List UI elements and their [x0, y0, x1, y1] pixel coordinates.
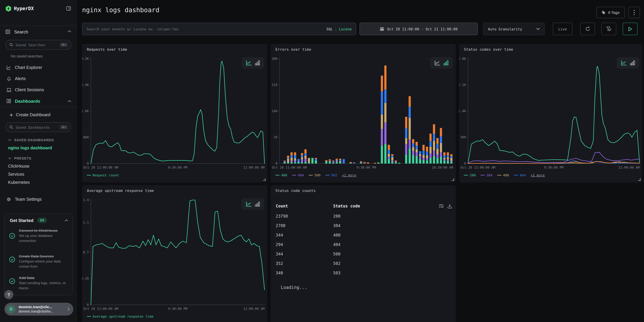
table-cell-code[interactable]: 200 — [333, 214, 340, 218]
sidebar-item-team-settings[interactable]: Team Settings — [6, 195, 72, 204]
line-chart-icon[interactable] — [621, 60, 627, 66]
svg-text:Average upstream response time: Average upstream response time — [92, 314, 154, 318]
status-codes-chart[interactable]: 07001.4K2.1K2.8KOct 20 11:00:00 AM9:30:0… — [459, 44, 642, 182]
time-range-picker[interactable]: Oct 20 11:00:00 - Oct 21 11:00:00 — [360, 23, 478, 35]
presets-group[interactable]: PRESETS — [8, 155, 72, 162]
svg-text:200: 200 — [470, 173, 476, 177]
brand-row: HyperDX — [6, 5, 72, 12]
sidebar-section-search-label: Search — [14, 29, 28, 34]
chevron-up-icon[interactable] — [64, 219, 68, 222]
get-started-step-add-data[interactable]: Add Data Start sending logs, metrics, or… — [9, 275, 70, 290]
group-label: PRESETS — [14, 156, 32, 160]
svg-text:9:30:00 PM: 9:30:00 PM — [168, 166, 187, 169]
sidebar-item-client-sessions[interactable]: Client Sessions — [6, 86, 72, 94]
download-icon[interactable] — [447, 204, 452, 208]
panel-requests-over-time[interactable]: Requests over time 08001.6K2.4K3.2KOct 2… — [82, 44, 267, 182]
sidebar-item-chart-explorer[interactable]: Chart Explorer — [6, 64, 72, 72]
page-title: nginx logs dashboard — [82, 6, 160, 14]
panel-menu-button[interactable] — [628, 7, 640, 18]
line-chart-icon[interactable] — [246, 60, 252, 66]
errors-chart[interactable]: 070140210280Oct 20 11:00:00 AM9:30:00 PM… — [271, 44, 456, 182]
table-header-count[interactable]: Count — [276, 204, 288, 208]
table-cell-code[interactable]: 500 — [333, 252, 340, 256]
saved-dashboards-input[interactable]: Saved Dashboards ⌘K — [6, 122, 71, 132]
chevron-up-icon — [68, 30, 71, 32]
table-cell-code[interactable]: 404 — [333, 242, 340, 247]
table-cell-code[interactable]: 304 — [333, 223, 340, 228]
table-cell-count[interactable]: 2708 — [276, 223, 286, 228]
get-started-step-connect[interactable]: Connect to ClickHouse Set up your databa… — [9, 228, 70, 243]
table-cell-count[interactable]: 340 — [276, 271, 283, 275]
lucene-mode-toggle[interactable]: Lucene — [339, 27, 352, 31]
column-resize-handle[interactable]: ⋮ — [330, 204, 333, 205]
user-menu[interactable]: D dominic.tran@clic... dominic.tran@clic… — [4, 303, 73, 316]
bar-chart-icon[interactable] — [630, 60, 635, 66]
svg-text:140: 140 — [272, 109, 278, 113]
chart-type-toggle — [242, 198, 264, 210]
table-cell-count[interactable]: 294 — [276, 242, 283, 247]
user-email: dominic.tran@clickho... — [18, 309, 67, 314]
filter-button[interactable] — [602, 23, 616, 35]
step-title: Add Data — [19, 275, 70, 280]
line-chart-icon[interactable] — [246, 202, 252, 207]
granularity-select[interactable]: Auto Granularity — [483, 23, 545, 35]
sidebar-section-search[interactable]: Search — [6, 27, 72, 36]
saved-dashboards-group[interactable]: SAVED DASHBOARDS — [8, 136, 72, 143]
saved-searches-input[interactable]: Saved Searches ⌘K — [6, 40, 71, 50]
sidebar-item-label: Dashboards — [15, 98, 40, 104]
no-saved-searches-label: No saved searches — [11, 54, 42, 58]
event-search-input[interactable]: Search your events w/ Lucene ex. column:… — [82, 23, 356, 35]
bar-chart-icon[interactable] — [255, 202, 260, 207]
preset-link-kubernetes[interactable]: Kubernetes — [8, 180, 30, 185]
chevron-up-icon — [68, 100, 71, 102]
tags-button[interactable]: 0 Tags — [596, 7, 625, 18]
search-section-icon — [6, 30, 10, 34]
sidebar-dashboard-link-nginx[interactable]: nginx logs dashboard — [8, 146, 52, 150]
table-cell-count[interactable]: 23798 — [276, 214, 288, 218]
table-cell-count[interactable]: 352 — [276, 261, 283, 266]
panel-status-codes-over-time[interactable]: Status codes over time 07001.4K2.1K2.8KO… — [459, 44, 642, 182]
calendar-icon — [380, 27, 384, 31]
panel-status-code-counts[interactable]: Status code counts Count ⋮ Status code 2… — [271, 185, 456, 322]
resize-handle[interactable] — [451, 178, 454, 181]
table-cell-code[interactable]: 400 — [333, 233, 340, 238]
live-button[interactable]: Live — [553, 23, 572, 35]
table-cell-code[interactable]: 502 — [333, 261, 340, 266]
sidebar-item-alerts[interactable]: Alerts — [6, 75, 72, 83]
svg-text:2.4K: 2.4K — [82, 83, 89, 87]
resize-handle[interactable] — [638, 178, 640, 181]
collapse-sidebar-icon[interactable] — [66, 6, 71, 11]
table-header-status-code[interactable]: Status code — [333, 204, 360, 208]
bar-chart-icon[interactable] — [444, 60, 448, 66]
svg-text:0: 0 — [464, 162, 466, 165]
line-chart-icon[interactable] — [434, 60, 440, 66]
preset-link-services[interactable]: Services — [8, 172, 24, 177]
chevron-right-icon — [67, 307, 70, 311]
check-circle-icon — [9, 233, 15, 239]
resize-handle[interactable] — [262, 178, 266, 181]
step-desc: Configure where your data comes from — [19, 259, 70, 268]
shortcut-badge: ⌘K — [60, 125, 68, 130]
bar-chart-icon[interactable] — [255, 60, 260, 66]
chart-type-toggle — [617, 57, 639, 68]
svg-text:500: 500 — [314, 173, 320, 177]
panel-errors-over-time[interactable]: Errors over time 070140210280Oct 20 11:0… — [271, 44, 456, 182]
create-dashboard-button[interactable]: Create Dashboard — [10, 111, 74, 119]
sidebar-item-dashboards[interactable]: Dashboards — [6, 97, 72, 105]
refresh-button[interactable] — [580, 23, 595, 35]
table-cell-count[interactable]: 344 — [276, 233, 283, 238]
preset-link-clickhouse[interactable]: ClickHouse — [8, 164, 30, 168]
svg-text:800: 800 — [83, 135, 89, 139]
requests-chart[interactable]: 08001.6K2.4K3.2KOct 20 11:00:00 AM9:30:0… — [82, 44, 267, 182]
upstream-response-chart[interactable]: 00.350.71.11.4Oct 20 11:00:00 AM9:30:00 … — [82, 185, 267, 322]
svg-text:9:30:00 PM: 9:30:00 PM — [357, 166, 376, 169]
wrap-lines-icon[interactable] — [438, 204, 444, 208]
get-started-step-sources[interactable]: Create Data Sources Configure where your… — [9, 254, 70, 268]
get-started-badge: 3/3 — [37, 218, 47, 223]
sql-mode-toggle[interactable]: SQL — [326, 27, 333, 31]
table-cell-code[interactable]: 503 — [333, 271, 340, 275]
help-button[interactable]: ? — [4, 290, 14, 299]
table-cell-count[interactable]: 344 — [276, 252, 283, 256]
run-query-button[interactable] — [623, 23, 638, 35]
panel-avg-upstream-response[interactable]: Average upstream response time 00.350.71… — [82, 185, 267, 322]
